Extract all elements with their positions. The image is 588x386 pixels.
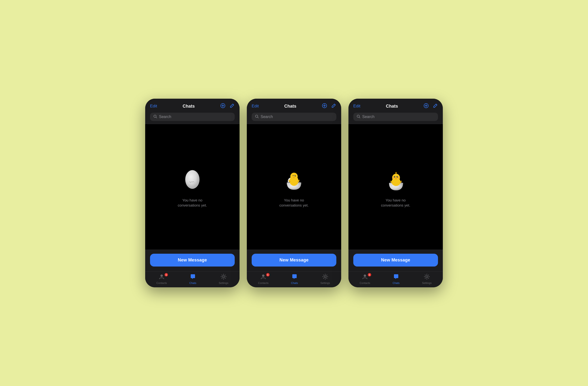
svg-point-32 xyxy=(364,275,366,277)
settings-tab-label: Settings xyxy=(320,282,330,284)
phone-header-2: Edit Chats xyxy=(247,99,341,124)
phone-header-1: Edit Chats xyxy=(145,99,240,124)
badge-contacts: 1 xyxy=(165,273,168,276)
phone-footer-1: New Message xyxy=(145,250,240,271)
phone-body-1: You have noconversations yet. xyxy=(145,124,240,250)
svg-line-12 xyxy=(258,117,259,118)
empty-illustration-hatching xyxy=(281,166,307,193)
phone-body-2: You have noconversations yet. xyxy=(247,124,341,250)
search-icon xyxy=(357,115,360,119)
header-icons xyxy=(322,103,336,109)
svg-point-27 xyxy=(395,176,395,177)
phone-1: Edit Chats xyxy=(145,99,240,287)
new-message-button[interactable]: New Message xyxy=(150,254,235,266)
phone-2: Edit Chats xyxy=(247,99,341,287)
tab-chats[interactable]: Chats xyxy=(189,274,196,284)
phone-footer-2: New Message xyxy=(247,250,341,271)
tab-chats[interactable]: Chats xyxy=(393,274,399,284)
search-placeholder: Search xyxy=(261,115,273,119)
phone-header-3: Edit Chats xyxy=(348,99,443,124)
settings-tab-icon xyxy=(220,274,227,281)
svg-point-6 xyxy=(160,275,163,277)
svg-point-31 xyxy=(398,177,399,179)
tab-chats[interactable]: Chats xyxy=(291,274,298,284)
contacts-tab-icon: 1 xyxy=(260,274,266,281)
svg-point-30 xyxy=(393,177,395,179)
search-bar[interactable]: Search xyxy=(150,113,235,121)
empty-text: You have noconversations yet. xyxy=(381,198,410,208)
settings-tab-icon xyxy=(424,274,430,281)
contacts-tab-label: Contacts xyxy=(359,282,370,284)
chats-tab-label: Chats xyxy=(189,282,196,284)
edit-button[interactable]: Edit xyxy=(353,104,360,109)
chats-tab-icon xyxy=(190,274,196,281)
tab-contacts[interactable]: 1 Contacts xyxy=(359,274,370,284)
header-icons xyxy=(423,103,438,109)
svg-point-15 xyxy=(295,175,296,176)
tab-settings[interactable]: Settings xyxy=(320,274,330,284)
add-contact-icon[interactable] xyxy=(322,103,327,109)
empty-illustration-egg xyxy=(179,166,206,193)
search-icon xyxy=(255,115,259,119)
svg-point-29 xyxy=(397,176,398,177)
add-contact-icon[interactable] xyxy=(423,103,429,109)
svg-point-7 xyxy=(223,276,225,278)
chats-tab-icon xyxy=(291,274,298,281)
header-icons xyxy=(220,103,235,109)
header-top: Edit Chats xyxy=(150,103,235,109)
phones-container: Edit Chats xyxy=(145,99,443,287)
contacts-tab-label: Contacts xyxy=(258,282,268,284)
empty-illustration-chick xyxy=(382,166,409,193)
tab-bar-1: 1 Contacts Chats Settings xyxy=(145,271,240,287)
header-top: Edit Chats xyxy=(353,103,438,109)
contacts-tab-icon: 1 xyxy=(159,274,165,281)
tab-contacts[interactable]: 1 Contacts xyxy=(156,274,167,284)
tab-contacts[interactable]: 1 Contacts xyxy=(258,274,268,284)
header-title: Chats xyxy=(284,104,296,109)
settings-tab-label: Settings xyxy=(422,282,432,284)
tab-bar-2: 1 Contacts Chats Settings xyxy=(247,271,341,287)
chats-tab-label: Chats xyxy=(393,282,399,284)
chats-tab-label: Chats xyxy=(291,282,298,284)
new-message-button[interactable]: New Message xyxy=(252,254,336,266)
header-title: Chats xyxy=(386,104,398,109)
svg-line-4 xyxy=(156,117,157,118)
contacts-tab-icon: 1 xyxy=(362,274,368,281)
new-message-button[interactable]: New Message xyxy=(353,254,438,266)
svg-point-33 xyxy=(426,276,428,278)
tab-settings[interactable]: Settings xyxy=(219,274,229,284)
empty-text: You have noconversations yet. xyxy=(178,198,207,208)
badge-contacts: 1 xyxy=(368,273,371,276)
header-top: Edit Chats xyxy=(252,103,336,109)
badge-contacts: 1 xyxy=(266,273,270,276)
svg-point-14 xyxy=(290,173,298,180)
phone-body-3: You have noconversations yet. xyxy=(348,124,443,250)
compose-icon[interactable] xyxy=(229,103,235,109)
svg-point-18 xyxy=(324,276,326,278)
tab-bar-3: 1 Contacts Chats Settings xyxy=(348,271,443,287)
chats-tab-icon xyxy=(393,274,399,281)
svg-point-16 xyxy=(295,175,296,176)
edit-button[interactable]: Edit xyxy=(150,104,157,109)
contacts-tab-label: Contacts xyxy=(156,282,167,284)
settings-tab-label: Settings xyxy=(219,282,229,284)
header-title: Chats xyxy=(183,104,195,109)
phone-3: Edit Chats xyxy=(348,99,443,287)
tab-settings[interactable]: Settings xyxy=(422,274,432,284)
search-placeholder: Search xyxy=(159,115,171,119)
phone-footer-3: New Message xyxy=(348,250,443,271)
search-bar[interactable]: Search xyxy=(252,113,336,121)
settings-tab-icon xyxy=(322,274,328,281)
add-contact-icon[interactable] xyxy=(220,103,226,109)
edit-button[interactable]: Edit xyxy=(252,104,259,109)
empty-text: You have noconversations yet. xyxy=(279,198,309,208)
compose-icon[interactable] xyxy=(433,103,438,109)
search-placeholder: Search xyxy=(362,115,375,119)
search-icon xyxy=(153,115,157,119)
search-bar[interactable]: Search xyxy=(353,113,438,121)
svg-point-17 xyxy=(262,275,265,277)
compose-icon[interactable] xyxy=(331,103,336,109)
svg-line-23 xyxy=(359,117,360,118)
svg-point-5 xyxy=(185,170,200,189)
